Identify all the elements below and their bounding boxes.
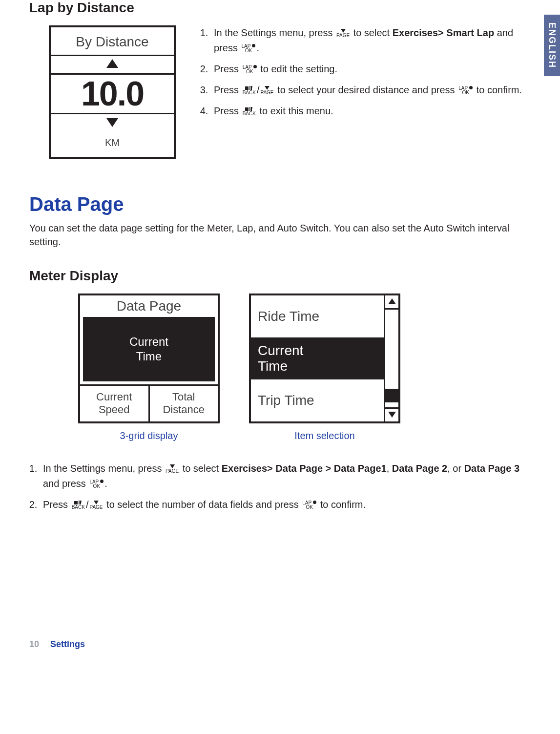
step-3: Press BACK/PAGE to select your desired d… [211,83,531,98]
footer-section: Settings [50,639,85,649]
lap-ok-button-icon: LAPOK [302,501,316,510]
grid-big-cell: CurrentTime [83,317,215,381]
page-number: 10 [29,639,39,649]
device-title: By Distance [51,27,174,56]
caption-list: Item selection [249,430,400,441]
step-1: In the Settings menu, press PAGE to sele… [211,25,531,56]
device-screen-lap: By Distance 10.0 KM [49,25,176,159]
step-2: Press LAPOK to edit the setting. [211,62,531,77]
lap-ok-button-icon: LAPOK [458,86,473,95]
device-screen-grid: Data Page CurrentTime CurrentSpeed Total… [78,294,220,423]
page-button-icon: PAGE [89,501,103,510]
scroll-down-icon [385,409,398,421]
grid-cell-distance: TotalDistance [150,386,218,421]
caption-grid: 3-grid display [78,430,220,441]
grid-cell-speed: CurrentSpeed [80,386,150,421]
page-button-icon: PAGE [260,86,273,95]
dp-step-1: In the Settings menu, press PAGE to sele… [40,461,531,491]
arrow-up-icon [51,56,174,75]
step-4: Press BACK to exit this menu. [211,104,531,119]
grid-title: Data Page [80,295,218,317]
lap-ok-button-icon: LAPOK [243,65,257,74]
distance-unit: KM [51,133,174,157]
page-button-icon: PAGE [336,29,350,38]
device-screen-list: Ride Time CurrentTime Trip Time [249,294,400,423]
back-button-icon: BACK [243,107,256,116]
back-button-icon: BACK [243,86,256,95]
page-footer: 10 Settings [29,639,531,650]
arrow-down-icon [51,113,174,133]
lap-steps-list: In the Settings menu, press PAGE to sele… [200,25,531,119]
language-tab: ENGLISH [544,15,560,76]
list-item-current-time: CurrentTime [251,337,384,379]
scroll-up-icon [385,295,398,308]
lap-by-distance-heading: Lap by Distance [29,0,531,16]
lap-ok-button-icon: LAPOK [241,44,255,53]
scroll-thumb [385,389,398,402]
distance-value: 10.0 [51,75,174,113]
scroll-track [385,308,398,409]
list-item-trip-time: Trip Time [251,379,384,421]
meter-display-heading: Meter Display [29,268,531,284]
page-button-icon: PAGE [166,464,179,474]
data-page-intro: You can set the data page setting for th… [29,221,531,249]
back-button-icon: BACK [72,501,85,510]
dp-step-2: Press BACK/PAGE to select the number of … [40,497,531,512]
data-page-steps-list: In the Settings menu, press PAGE to sele… [29,461,531,512]
scrollbar [384,295,398,421]
data-page-heading: Data Page [29,193,531,215]
list-item-ride-time: Ride Time [251,295,384,337]
lap-ok-button-icon: LAPOK [89,480,104,489]
